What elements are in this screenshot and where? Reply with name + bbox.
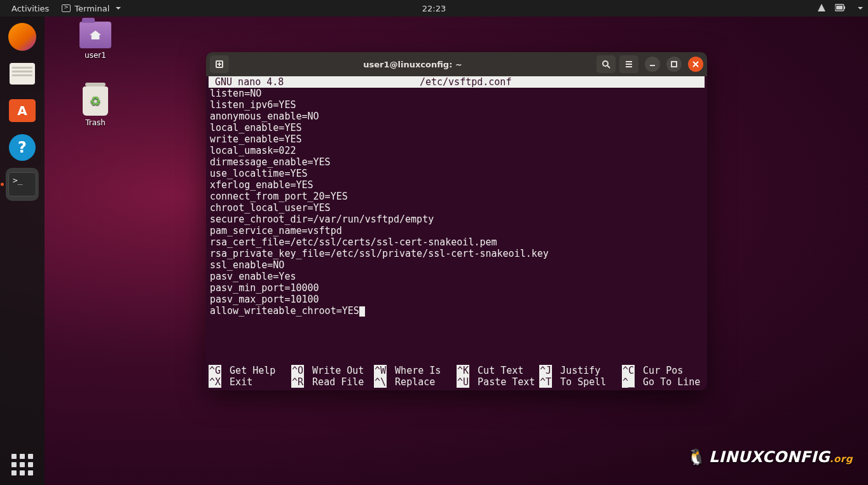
minimize-button[interactable] <box>645 57 660 72</box>
svg-point-4 <box>603 61 608 66</box>
nano-shortcut: ^G Get Help <box>209 365 291 376</box>
dock-app-terminal[interactable] <box>6 168 39 201</box>
dock-app-software[interactable] <box>6 94 39 127</box>
nano-line: secure_chroot_dir=/var/run/vsftpd/empty <box>210 214 703 225</box>
folder-icon <box>79 22 111 48</box>
nano-shortcut: ^\ Replace <box>374 376 457 388</box>
chevron-down-icon <box>858 7 863 10</box>
nano-line: listen_ipv6=YES <box>210 99 703 111</box>
app-menu[interactable]: Terminal <box>55 4 127 13</box>
nano-line: ssl_enable=NO <box>210 259 703 271</box>
nano-line: pam_service_name=vsftpd <box>210 225 703 236</box>
nano-shortcut-label: Cut Text <box>472 365 523 376</box>
nano-shortcut-key: ^K <box>457 365 469 376</box>
activities-button[interactable]: Activities <box>5 4 55 13</box>
nano-line: xferlog_enable=YES <box>210 179 703 191</box>
nano-shortcut: ^_ Go To Line <box>622 376 705 388</box>
nano-shortcut-label: Paste Text <box>472 376 535 388</box>
nano-shortcut-key: ^_ <box>622 376 635 388</box>
nano-line: dirmessage_enable=YES <box>210 156 703 168</box>
nano-shortcut: ^W Where Is <box>374 365 457 376</box>
nano-shortcut-key: ^J <box>539 365 552 376</box>
nano-line: pasv_min_port=10000 <box>210 282 703 294</box>
nano-shortcut-key: ^G <box>209 365 221 376</box>
nano-shortcut-key: ^X <box>209 376 221 388</box>
nano-line: local_enable=YES <box>210 122 703 133</box>
status-area[interactable] <box>817 3 863 14</box>
desktop-icon-home[interactable]: user1 <box>70 22 121 60</box>
nano-shortcut: ^R Read File <box>291 376 374 388</box>
software-icon <box>9 99 36 122</box>
svg-rect-5 <box>672 62 677 67</box>
titlebar[interactable]: user1@linuxconfig: ~ <box>206 52 707 76</box>
nano-line: local_umask=022 <box>210 145 703 156</box>
dock-app-help[interactable]: ? <box>6 131 39 164</box>
dock: ? <box>0 17 45 485</box>
nano-shortcut-key: ^W <box>374 365 387 376</box>
nano-line: chroot_local_user=YES <box>210 202 703 214</box>
maximize-button[interactable] <box>666 57 682 72</box>
battery-icon <box>835 4 846 13</box>
nano-line: use_localtime=YES <box>210 168 703 179</box>
nano-line: pasv_max_port=10100 <box>210 294 703 305</box>
nano-line: connect_from_port_20=YES <box>210 191 703 202</box>
close-button[interactable] <box>688 57 703 72</box>
dock-app-files[interactable] <box>6 57 39 90</box>
nano-shortcut-label: Write Out <box>307 365 364 376</box>
nano-content[interactable]: listen=NOlisten_ipv6=YESanonymous_enable… <box>209 88 705 317</box>
nano-shortcut: ^U Paste Text <box>457 376 539 388</box>
nano-shortcut-label: To Spell <box>555 376 606 388</box>
nano-shortcut-key: ^T <box>539 376 552 388</box>
nano-shortcut-key: ^R <box>291 376 304 388</box>
terminal-icon <box>8 172 36 196</box>
nano-file-name: /etc/vsftpd.conf <box>284 76 647 88</box>
nano-line: allow_writeable_chroot=YES <box>210 305 703 317</box>
chevron-down-icon <box>116 7 121 10</box>
desktop-icon-label: Trash <box>85 118 106 127</box>
network-icon <box>817 3 826 14</box>
penguin-icon: 🐧 <box>687 448 706 466</box>
nano-app-name: GNU nano 4.8 <box>209 76 284 88</box>
nano-shortcut: ^J Justify <box>539 365 622 376</box>
firefox-icon <box>8 23 36 51</box>
help-icon: ? <box>9 134 36 161</box>
nano-line: pasv_enable=Yes <box>210 271 703 282</box>
app-menu-label: Terminal <box>74 4 109 13</box>
nano-shortcut-label: Justify <box>555 365 600 376</box>
nano-shortcut-label: Get Help <box>224 365 275 376</box>
nano-line: rsa_private_key_file=/etc/ssl/private/ss… <box>210 248 703 259</box>
nano-line: rsa_cert_file=/etc/ssl/certs/ssl-cert-sn… <box>210 236 703 248</box>
svg-rect-2 <box>836 6 843 10</box>
nano-line: write_enable=YES <box>210 133 703 145</box>
nano-shortcut: ^T To Spell <box>539 376 622 388</box>
clock[interactable]: 22:23 <box>422 4 446 13</box>
nano-shortcut-label: Go To Line <box>637 376 700 388</box>
new-tab-button[interactable] <box>210 55 229 73</box>
terminal-window: user1@linuxconfig: ~ GNU nano 4.8 /etc/v… <box>206 52 707 390</box>
nano-shortcut-label: Replace <box>389 376 435 388</box>
nano-shortcut-key: ^O <box>291 365 304 376</box>
nano-shortcut-label: Read File <box>307 376 364 388</box>
nano-header: GNU nano 4.8 /etc/vsftpd.conf <box>209 76 705 88</box>
watermark-logo: 🐧LINUXCONFIG.org <box>687 448 853 466</box>
search-button[interactable] <box>596 55 616 73</box>
nano-shortcut: ^C Cur Pos <box>622 365 705 376</box>
top-panel: Activities Terminal 22:23 <box>0 0 868 17</box>
desktop-icon-label: user1 <box>85 51 106 60</box>
menu-button[interactable] <box>619 55 638 73</box>
nano-shortcut: ^O Write Out <box>291 365 374 376</box>
cursor <box>359 306 365 317</box>
nano-shortcut-label: Cur Pos <box>637 365 683 376</box>
nano-shortcut: ^K Cut Text <box>457 365 539 376</box>
terminal-body[interactable]: GNU nano 4.8 /etc/vsftpd.conf listen=NOl… <box>206 76 707 390</box>
nano-line: anonymous_enable=NO <box>210 111 703 122</box>
nano-line: listen=NO <box>210 88 703 99</box>
trash-icon <box>83 86 108 116</box>
nano-shortcut-label: Exit <box>224 376 252 388</box>
show-applications-button[interactable] <box>11 453 34 476</box>
terminal-icon <box>62 4 71 12</box>
nano-shortcut-key: ^U <box>457 376 469 388</box>
nano-shortcut: ^X Exit <box>209 376 291 388</box>
dock-app-firefox[interactable] <box>6 20 39 53</box>
desktop-icon-trash[interactable]: Trash <box>70 86 121 127</box>
